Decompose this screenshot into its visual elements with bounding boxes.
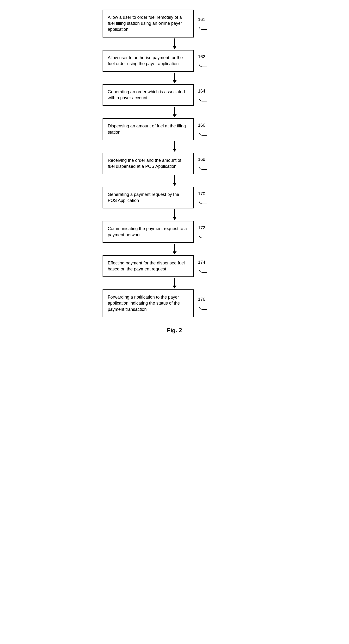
ref-number-162: 162: [198, 54, 205, 60]
diagram-container: Allow a user to order fuel remotely of a…: [103, 10, 247, 334]
flow-item-174: Effecting payment for the dispensed fuel…: [103, 255, 247, 277]
ref-curve-176: [199, 303, 207, 310]
ref-number-166: 166: [198, 123, 205, 128]
arrow-shape-7: [173, 278, 177, 288]
ref-label-162: 162: [198, 54, 207, 67]
flow-item-172: Communicating the payment request to a p…: [103, 221, 247, 242]
ref-curve-161: [199, 23, 207, 30]
arrow-shape-3: [173, 141, 177, 152]
arrow-6: [129, 243, 220, 255]
arrow-7: [129, 277, 220, 290]
step-box-176: Forwarding a notification to the payer a…: [103, 290, 194, 317]
arrow-shape-6: [173, 244, 177, 254]
ref-number-176: 176: [198, 297, 205, 302]
ref-curve-164: [199, 95, 207, 102]
ref-curve-172: [199, 232, 207, 238]
arrow-head-2: [173, 114, 177, 117]
ref-label-176: 176: [198, 297, 207, 310]
ref-label-161: 161: [198, 17, 207, 30]
arrow-0: [129, 38, 220, 50]
arrow-line-0: [174, 38, 175, 46]
arrow-head-4: [173, 183, 177, 186]
ref-label-172: 172: [198, 226, 207, 238]
ref-number-174: 174: [198, 260, 205, 265]
ref-curve-170: [199, 197, 207, 204]
arrow-4: [129, 174, 220, 187]
arrow-line-6: [174, 244, 175, 252]
arrow-2: [129, 106, 220, 118]
arrow-line-7: [174, 278, 175, 286]
arrow-shape-2: [173, 107, 177, 117]
ref-label-168: 168: [198, 157, 207, 170]
arrow-head-3: [173, 149, 177, 152]
arrow-head-0: [173, 46, 177, 49]
arrow-shape-0: [173, 38, 177, 49]
arrow-5: [129, 208, 220, 221]
arrow-line-3: [174, 141, 175, 149]
ref-curve-166: [199, 129, 207, 136]
ref-label-166: 166: [198, 123, 207, 136]
ref-number-164: 164: [198, 89, 205, 94]
arrow-line-2: [174, 107, 175, 114]
flow-item-176: Forwarding a notification to the payer a…: [103, 290, 247, 317]
ref-label-164: 164: [198, 89, 207, 102]
ref-curve-162: [199, 60, 207, 67]
arrow-line-4: [174, 175, 175, 183]
arrow-head-7: [173, 286, 177, 288]
flow-item-168: Receiving the order and the amount of fu…: [103, 153, 247, 174]
arrow-3: [129, 140, 220, 153]
flow-item-162: Allow user to authorise payment for the …: [103, 50, 247, 72]
flow-item-164: Generating an order which is associated …: [103, 84, 247, 106]
flow-item-166: Dispensing an amount of fuel at the fili…: [103, 118, 247, 140]
ref-curve-168: [199, 163, 207, 170]
arrow-line-5: [174, 210, 175, 217]
figure-label: Fig. 2: [167, 327, 182, 334]
ref-curve-174: [199, 266, 207, 272]
arrow-shape-5: [173, 210, 177, 220]
arrow-head-5: [173, 217, 177, 220]
step-box-162: Allow user to authorise payment for the …: [103, 50, 194, 72]
arrow-shape-4: [173, 175, 177, 186]
ref-number-168: 168: [198, 157, 205, 162]
ref-number-170: 170: [198, 191, 205, 196]
ref-number-172: 172: [198, 226, 205, 230]
arrow-shape-1: [173, 72, 177, 83]
step-box-168: Receiving the order and the amount of fu…: [103, 153, 194, 174]
arrow-head-1: [173, 80, 177, 83]
step-box-161: Allow a user to order fuel remotely of a…: [103, 10, 194, 38]
step-box-164: Generating an order which is associated …: [103, 84, 194, 106]
step-box-166: Dispensing an amount of fuel at the fili…: [103, 118, 194, 140]
step-box-170: Generating a payment request by the POS …: [103, 187, 194, 208]
step-box-174: Effecting payment for the dispensed fuel…: [103, 255, 194, 277]
arrow-line-1: [174, 72, 175, 80]
ref-label-170: 170: [198, 191, 207, 204]
ref-label-174: 174: [198, 260, 207, 272]
flow-item-161: Allow a user to order fuel remotely of a…: [103, 10, 247, 38]
flow-item-170: Generating a payment request by the POS …: [103, 187, 247, 208]
ref-number-161: 161: [198, 17, 205, 22]
arrow-head-6: [173, 252, 177, 254]
arrow-1: [129, 72, 220, 84]
step-box-172: Communicating the payment request to a p…: [103, 221, 194, 242]
